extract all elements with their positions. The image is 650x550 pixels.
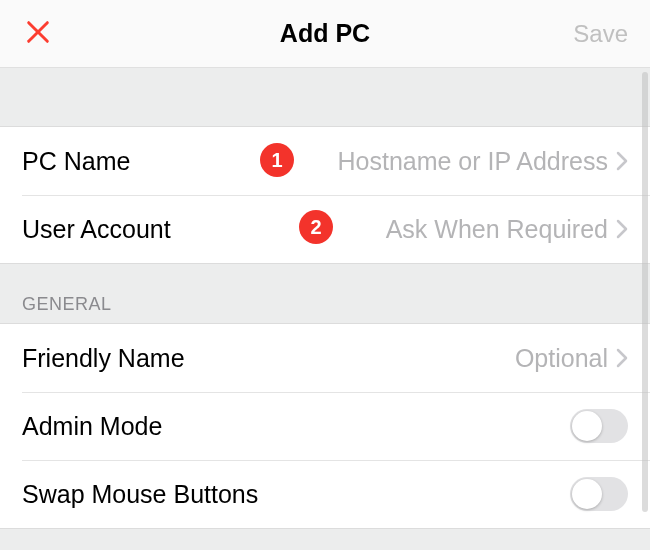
scrollbar[interactable] — [642, 72, 648, 512]
chevron-right-icon — [616, 151, 628, 171]
friendly-name-value: Optional — [515, 344, 608, 373]
close-button[interactable] — [22, 18, 54, 50]
swap-mouse-label: Swap Mouse Buttons — [22, 480, 258, 509]
connection-group: PC Name Hostname or IP Address User Acco… — [0, 126, 650, 264]
close-icon — [24, 18, 52, 50]
row-swap-mouse: Swap Mouse Buttons — [0, 460, 650, 528]
page-title: Add PC — [280, 19, 370, 48]
friendly-name-label: Friendly Name — [22, 344, 185, 373]
pc-name-label: PC Name — [22, 147, 130, 176]
swap-mouse-toggle[interactable] — [570, 477, 628, 511]
save-button[interactable]: Save — [573, 20, 628, 48]
row-admin-mode: Admin Mode — [0, 392, 650, 460]
row-friendly-name[interactable]: Friendly Name Optional — [0, 324, 650, 392]
pc-name-value: Hostname or IP Address — [337, 147, 608, 176]
admin-mode-label: Admin Mode — [22, 412, 162, 441]
section-spacer — [0, 68, 650, 126]
admin-mode-toggle[interactable] — [570, 409, 628, 443]
user-account-value: Ask When Required — [386, 215, 608, 244]
chevron-right-icon — [616, 348, 628, 368]
header-bar: Add PC Save — [0, 0, 650, 68]
toggle-knob — [572, 411, 602, 441]
chevron-right-icon — [616, 219, 628, 239]
user-account-label: User Account — [22, 215, 171, 244]
section-header-general: GENERAL — [0, 264, 650, 323]
row-user-account[interactable]: User Account Ask When Required — [0, 195, 650, 263]
general-group: Friendly Name Optional Admin Mode Swap M… — [0, 323, 650, 529]
row-pc-name[interactable]: PC Name Hostname or IP Address — [0, 127, 650, 195]
toggle-knob — [572, 479, 602, 509]
